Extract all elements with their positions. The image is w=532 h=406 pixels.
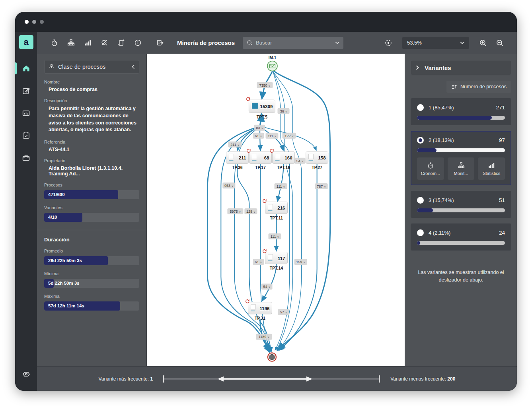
search-input[interactable] bbox=[256, 40, 332, 46]
edge-label[interactable]: 36∨ bbox=[278, 108, 290, 114]
edge-label[interactable]: 83∨ bbox=[254, 125, 265, 131]
node-TPT16[interactable]: 160 TPT.16 bbox=[270, 149, 295, 170]
maxima-label: Máxima bbox=[44, 294, 139, 299]
node-TP27[interactable]: 158 TP.27 bbox=[306, 152, 328, 170]
node-TPT14[interactable]: 117 TPT.14 bbox=[263, 249, 288, 270]
svg-text:111∨: 111∨ bbox=[271, 235, 279, 239]
variant-cronometro-label: Cronom... bbox=[421, 171, 440, 176]
window-dot-maximize[interactable] bbox=[40, 20, 44, 24]
edge-label[interactable]: 1189∨ bbox=[256, 334, 272, 340]
sidebar-item-edit[interactable] bbox=[15, 80, 37, 102]
zoom-out-button[interactable] bbox=[493, 36, 507, 50]
variant-statistics-button[interactable]: Statistics bbox=[478, 157, 505, 180]
sidebar-item-briefcase[interactable] bbox=[15, 146, 37, 169]
maxima-progress-value: 57d 12h 11m 14s bbox=[48, 301, 84, 311]
zoom-level-value: 53,5% bbox=[407, 40, 460, 46]
variant-card-3[interactable]: 3 (15,74%) 51 bbox=[411, 191, 511, 218]
variant-cronometro-button[interactable]: Cronom... bbox=[417, 157, 444, 180]
svg-text:61∨: 61∨ bbox=[255, 260, 262, 264]
window-titlebar bbox=[15, 12, 517, 32]
variant-monitor-button[interactable]: Monit... bbox=[448, 157, 475, 180]
edge-label[interactable]: 5975∨ bbox=[227, 208, 243, 214]
stopwatch-button[interactable] bbox=[47, 36, 61, 50]
variant-card-1[interactable]: 1 (85,47%) 271 bbox=[411, 98, 511, 125]
export-button[interactable] bbox=[153, 36, 167, 50]
variant-4-radio[interactable] bbox=[417, 229, 424, 236]
edge-label[interactable]: 122∨ bbox=[283, 133, 296, 139]
variant-2-radio[interactable] bbox=[417, 137, 424, 144]
analysis-search-button[interactable] bbox=[97, 36, 111, 50]
edge-label[interactable]: 57∨ bbox=[278, 309, 289, 315]
edge-label[interactable]: 111∨ bbox=[265, 133, 278, 139]
svg-text:122∨: 122∨ bbox=[285, 134, 294, 138]
statistics-button[interactable] bbox=[81, 36, 94, 50]
node-TPT5[interactable]: 15309 TPT.5 bbox=[247, 97, 275, 119]
svg-text:216: 216 bbox=[277, 206, 285, 210]
edge-label[interactable]: 128∨ bbox=[244, 208, 257, 214]
edge-label[interactable]: 159∨ bbox=[294, 259, 307, 265]
start-node[interactable]: IM.1 bbox=[267, 56, 277, 71]
variant-4-bar-fill bbox=[417, 241, 420, 245]
variant-3-label: 3 (15,74%) bbox=[429, 197, 494, 203]
process-class-header[interactable]: Clase de procesos bbox=[44, 60, 139, 74]
sidebar-item-home[interactable] bbox=[15, 57, 37, 80]
node-TP31[interactable]: 1196 TP.31 bbox=[246, 299, 272, 321]
process-class-panel: Clase de procesos Nombre Proceso de comp… bbox=[37, 54, 147, 366]
app-logo[interactable]: a bbox=[19, 35, 33, 49]
chevron-right-icon bbox=[416, 65, 419, 70]
info-button[interactable] bbox=[131, 36, 144, 50]
svg-text:54∨: 54∨ bbox=[263, 285, 271, 289]
edge-label[interactable]: 111∨ bbox=[274, 183, 287, 189]
node-TPT11[interactable]: 216 TPT.11 bbox=[263, 199, 288, 220]
variant-3-count: 51 bbox=[499, 197, 505, 203]
slider-right-stop bbox=[379, 375, 380, 383]
sort-by-process-count-button[interactable]: Número de procesos bbox=[446, 81, 511, 93]
edge-label[interactable]: 787∨ bbox=[315, 183, 328, 189]
zoom-in-button[interactable] bbox=[476, 36, 490, 50]
window-dot-close[interactable] bbox=[25, 20, 29, 24]
edge-label[interactable]: 953∨ bbox=[222, 183, 235, 188]
node-TP17[interactable]: 68 TP.17 bbox=[247, 149, 272, 170]
propietario-value: Aida Borbolla Lloret (1.3.1.10.4. Traini… bbox=[44, 165, 139, 177]
edge-label[interactable]: 61∨ bbox=[253, 259, 264, 265]
variant-1-radio[interactable] bbox=[417, 104, 424, 111]
slider-right-handle[interactable] bbox=[306, 376, 312, 381]
slider-left-stop bbox=[163, 375, 164, 383]
edge-label[interactable]: 211∨ bbox=[228, 142, 242, 148]
zoom-level-dropdown[interactable]: 53,5% bbox=[402, 37, 469, 49]
search-icon bbox=[247, 40, 253, 46]
referencia-value: ATS-44.1 bbox=[44, 147, 139, 152]
monitor-button[interactable] bbox=[64, 36, 78, 50]
edge-label[interactable]: 111∨ bbox=[268, 233, 281, 239]
center-target-button[interactable] bbox=[382, 36, 395, 50]
variants-header[interactable]: Variantes bbox=[411, 60, 511, 75]
process-diagram-canvas[interactable]: 7350∨ 36∨ 83∨ 61∨ 111∨ 122∨ 211∨ 54∨ 953… bbox=[147, 54, 405, 366]
end-node[interactable] bbox=[268, 353, 276, 361]
sidebar-item-calendar[interactable] bbox=[15, 124, 37, 146]
variant-3-radio[interactable] bbox=[417, 197, 424, 204]
search-box[interactable] bbox=[243, 37, 343, 49]
variant-range-slider[interactable] bbox=[163, 375, 380, 383]
svg-text:953∨: 953∨ bbox=[224, 184, 234, 188]
slider-left-handle[interactable] bbox=[218, 376, 224, 381]
edge-label[interactable]: 54∨ bbox=[261, 284, 272, 289]
window-dot-minimize[interactable] bbox=[32, 20, 36, 24]
loop-icon bbox=[263, 249, 266, 253]
sparkle-box-button[interactable] bbox=[114, 36, 128, 50]
minima-label: Mínima bbox=[44, 271, 139, 276]
sort-icon bbox=[451, 84, 457, 90]
export-icon bbox=[156, 39, 164, 47]
least-frequent-value: 200 bbox=[447, 376, 455, 382]
edge-label[interactable]: 7350∨ bbox=[257, 82, 273, 88]
node-TP36[interactable]: 211 TP.36 bbox=[226, 152, 248, 170]
loop-icon bbox=[247, 97, 250, 101]
sidebar-item-analytics[interactable] bbox=[15, 102, 37, 124]
edge-label[interactable]: 54∨ bbox=[294, 158, 306, 164]
sidebar-item-settings[interactable] bbox=[15, 363, 37, 385]
variant-card-2[interactable]: 2 (18,13%) 97 Cronom... bbox=[411, 131, 511, 185]
zoom-in-icon bbox=[479, 39, 487, 47]
edge-label[interactable]: 61∨ bbox=[253, 133, 264, 139]
variant-card-4[interactable]: 4 (2,11%) 24 bbox=[411, 223, 511, 251]
nombre-label: Nombre bbox=[44, 80, 139, 84]
svg-text:36∨: 36∨ bbox=[280, 109, 287, 113]
